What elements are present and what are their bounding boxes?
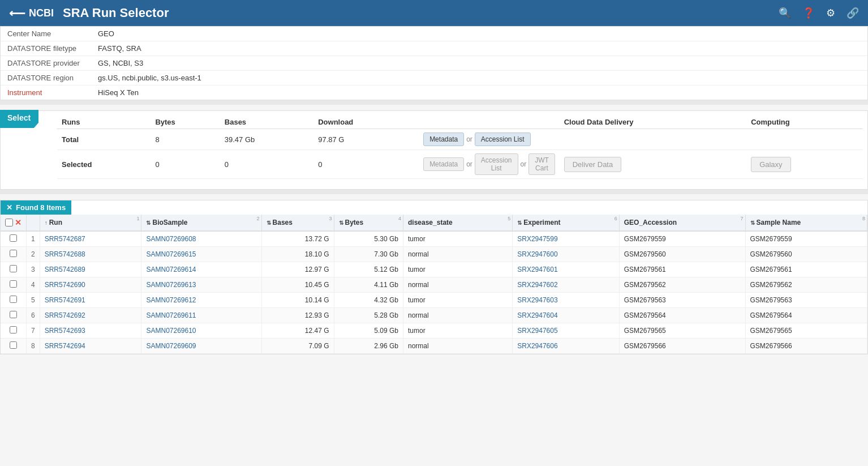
sort-run-icon: ↑	[45, 220, 48, 226]
experiment-cell: SRX2947599	[513, 231, 619, 247]
run-link[interactable]: SRR5742690	[45, 281, 85, 289]
galaxy-cell: Galaxy	[746, 150, 863, 179]
biosample-link[interactable]: SAMN07269611	[146, 311, 196, 319]
table-row: 3 SRR5742689 SAMN07269614 12.97 G 5.12 G…	[1, 262, 867, 277]
total-accession-btn[interactable]: Accession List	[475, 132, 531, 146]
row-checkbox-cell[interactable]	[1, 293, 27, 308]
metadata-section: Center Name GEO DATASTORE filetype FASTQ…	[0, 26, 868, 100]
run-link[interactable]: SRR5742693	[45, 327, 85, 335]
help-icon[interactable]: ❓	[802, 7, 815, 19]
row-checkbox[interactable]	[10, 234, 17, 242]
found-label: Found 8 Items	[16, 203, 66, 212]
disease-cell: normal	[403, 247, 513, 262]
biosample-link[interactable]: SAMN07269612	[146, 296, 196, 304]
experiment-link[interactable]: SRX2947606	[517, 342, 557, 350]
row-checkbox[interactable]	[10, 311, 17, 318]
selected-download-btns: Metadata or Accession List or JWT Cart	[419, 150, 560, 179]
biosample-link[interactable]: SAMN07269613	[146, 281, 196, 289]
metadata-label-provider: DATASTORE provider	[7, 59, 98, 67]
row-checkbox[interactable]	[10, 341, 17, 349]
run-link[interactable]: SRR5742687	[45, 235, 85, 243]
run-link[interactable]: SRR5742688	[45, 250, 85, 258]
biosample-link[interactable]: SAMN07269608	[146, 235, 196, 243]
deliver-data-cell: Deliver Data	[560, 150, 746, 179]
col-experiment-header[interactable]: ⇅ Experiment 6	[513, 215, 619, 231]
run-link[interactable]: SRR5742689	[45, 266, 85, 273]
biosample-link[interactable]: SAMN07269614	[146, 266, 196, 273]
row-checkbox[interactable]	[10, 280, 17, 288]
experiment-link[interactable]: SRX2947605	[517, 327, 557, 335]
row-checkbox-cell[interactable]	[1, 277, 27, 293]
divider-2	[0, 190, 868, 194]
check-all-checkbox[interactable]	[5, 219, 13, 226]
selected-metadata-btn[interactable]: Metadata	[423, 157, 464, 171]
deliver-data-btn[interactable]: Deliver Data	[564, 157, 622, 172]
run-link[interactable]: SRR5742692	[45, 311, 85, 319]
bases-cell: 12.47 G	[261, 323, 334, 339]
sort-bytes-icon: ⇅	[339, 220, 343, 226]
biosample-link[interactable]: SAMN07269610	[146, 327, 196, 335]
biosample-cell: SAMN07269614	[141, 262, 261, 277]
biosample-cell: SAMN07269615	[141, 247, 261, 262]
row-checkbox-cell[interactable]	[1, 323, 27, 339]
experiment-link[interactable]: SRX2947604	[517, 311, 557, 319]
sort-experiment-icon: ⇅	[517, 220, 522, 226]
disease-cell: tumor	[403, 323, 513, 339]
uncheck-all-btn[interactable]: ✕	[15, 218, 22, 227]
experiment-link[interactable]: SRX2947600	[517, 250, 557, 258]
search-icon[interactable]: 🔍	[779, 7, 791, 19]
experiment-link[interactable]: SRX2947601	[517, 266, 557, 273]
experiment-link[interactable]: SRX2947602	[517, 281, 557, 289]
total-label: Total	[57, 129, 151, 150]
select-table: Runs Bytes Bases Download Cloud Data Del…	[57, 116, 863, 179]
total-metadata-btn[interactable]: Metadata	[423, 132, 464, 146]
biosample-cell: SAMN07269612	[141, 293, 261, 308]
row-checkbox-cell[interactable]	[1, 247, 27, 262]
total-computing-spacer	[746, 129, 863, 150]
metadata-filetype: DATASTORE filetype FASTQ, SRA	[1, 41, 867, 56]
col-samplename-header[interactable]: ⇅ Sample Name 8	[745, 215, 867, 231]
bytes-cell: 5.28 Gb	[334, 308, 403, 323]
row-checkbox-cell[interactable]	[1, 308, 27, 323]
data-table: ✕ ↑ Run 1 ⇅ BioSample 2	[1, 215, 867, 354]
row-checkbox[interactable]	[10, 296, 17, 303]
sample-name-cell: GSM2679566	[745, 339, 867, 354]
metadata-value-center: GEO	[98, 29, 114, 38]
select-button[interactable]: Select	[0, 110, 38, 128]
bases-cell: 12.93 G	[261, 308, 334, 323]
row-checkbox[interactable]	[10, 326, 17, 334]
run-link[interactable]: SRR5742694	[45, 342, 85, 350]
selected-jwt-btn[interactable]: JWT Cart	[528, 153, 555, 175]
row-num: 1	[27, 231, 40, 247]
row-checkbox-cell[interactable]	[1, 262, 27, 277]
row-num: 3	[27, 262, 40, 277]
col-bases-header[interactable]: ⇅ Bases 3	[261, 215, 334, 231]
row-checkbox-cell[interactable]	[1, 339, 27, 354]
selected-accession-btn[interactable]: Accession List	[475, 153, 518, 175]
biosample-cell: SAMN07269609	[141, 339, 261, 354]
row-num: 4	[27, 277, 40, 293]
run-link[interactable]: SRR5742691	[45, 296, 85, 304]
col-biosample-header[interactable]: ⇅ BioSample 2	[141, 215, 261, 231]
metadata-label-center: Center Name	[7, 29, 98, 38]
row-checkbox[interactable]	[10, 250, 17, 257]
selected-bases: 0	[313, 150, 419, 179]
biosample-link[interactable]: SAMN07269609	[146, 342, 196, 350]
table-row: 1 SRR5742687 SAMN07269608 13.72 G 5.30 G…	[1, 231, 867, 247]
metadata-value-filetype: FASTQ, SRA	[98, 44, 141, 53]
col-bytes-header[interactable]: ⇅ Bytes 4	[334, 215, 403, 231]
settings-icon[interactable]: ⚙	[826, 7, 835, 19]
col-run-header[interactable]: ↑ Run 1	[40, 215, 141, 231]
select-section: Select Runs Bytes Bases Download Cloud D…	[0, 110, 868, 190]
row-num-header	[27, 215, 40, 231]
experiment-link[interactable]: SRX2947599	[517, 235, 557, 243]
experiment-link[interactable]: SRX2947603	[517, 296, 557, 304]
sort-biosample-icon: ⇅	[146, 220, 151, 226]
bytes-cell: 5.12 Gb	[334, 262, 403, 277]
row-checkbox[interactable]	[10, 265, 17, 272]
galaxy-btn[interactable]: Galaxy	[751, 157, 790, 172]
link-icon[interactable]: 🔗	[846, 7, 859, 19]
row-checkbox-cell[interactable]	[1, 231, 27, 247]
biosample-link[interactable]: SAMN07269615	[146, 250, 196, 258]
disease-cell: tumor	[403, 293, 513, 308]
